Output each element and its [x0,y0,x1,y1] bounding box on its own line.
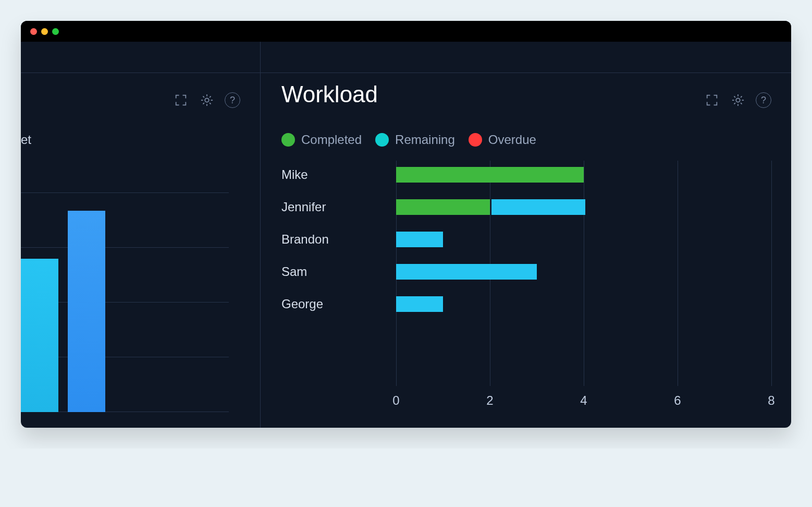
x-axis-tick: 6 [674,393,681,408]
legend-label: Remaining [395,132,455,147]
panel-left: ? et [21,42,261,428]
chart-bar-segment [396,167,584,183]
panel-left-toolbar: ? [173,92,240,108]
legend-item: Remaining [375,132,455,147]
panel-left-bar-2 [68,211,105,412]
chart-row-label: Brandon [281,232,329,247]
chart-gridline [678,161,678,386]
x-axis-tick: 0 [392,393,399,408]
chart-bar-row [396,264,585,280]
svg-point-1 [736,98,740,102]
chart-row-label: Sam [281,264,329,280]
panel-left-header-strip [21,42,260,73]
app-window: ? et Workload [21,21,791,428]
chart-gridline [771,161,772,386]
window-titlebar [21,21,791,42]
legend-item: Completed [281,132,362,147]
legend-swatch-remaining [375,133,389,147]
window-close-button[interactable] [30,28,37,35]
chart-bar-row [396,296,585,312]
x-axis-tick: 8 [768,393,774,408]
chart-bars [396,167,585,329]
legend-swatch-completed [281,133,295,147]
panel-workload-toolbar: ? [704,92,771,108]
chart-bar-row [396,199,585,215]
dashboard-content: ? et Workload [21,42,791,428]
chart-bar-segment [396,232,443,247]
panel-left-bar-1 [21,259,58,412]
chart-legend: Completed Remaining Overdue [281,132,536,147]
chart-bar-row [396,232,585,247]
expand-icon[interactable] [704,92,720,108]
legend-label: Overdue [488,132,536,147]
chart-bar-segment [491,199,585,215]
svg-point-0 [205,98,208,102]
window-zoom-button[interactable] [52,28,59,35]
chart-bar-segment [396,264,537,280]
chart-row-labels: MikeJenniferBrandonSamGeorge [281,167,329,312]
expand-icon[interactable] [173,92,189,108]
chart-row-label: Mike [281,167,329,183]
panel-left-label-fragment: et [21,132,31,147]
chart-row-label: Jennifer [281,199,329,215]
panel-title: Workload [281,81,378,107]
gear-icon[interactable] [730,92,746,108]
legend-swatch-overdue [469,133,482,147]
legend-label: Completed [301,132,362,147]
panel-workload: Workload ? Completed Remaining [261,42,791,428]
x-axis-tick: 4 [580,393,587,408]
window-minimize-button[interactable] [41,28,48,35]
chart-bar-segment [396,199,490,215]
chart-row-label: George [281,296,329,312]
workload-chart: 02468MikeJenniferBrandonSamGeorge [281,161,771,412]
gear-icon[interactable] [199,92,215,108]
panel-left-chart [21,193,229,412]
x-axis-tick: 2 [486,393,493,408]
panel-left-bars [21,193,105,412]
chart-bar-segment [396,296,443,312]
help-icon[interactable]: ? [225,92,240,108]
panel-workload-header-strip [261,42,791,73]
chart-bar-row [396,167,585,183]
legend-item: Overdue [469,132,536,147]
help-icon[interactable]: ? [756,92,771,108]
